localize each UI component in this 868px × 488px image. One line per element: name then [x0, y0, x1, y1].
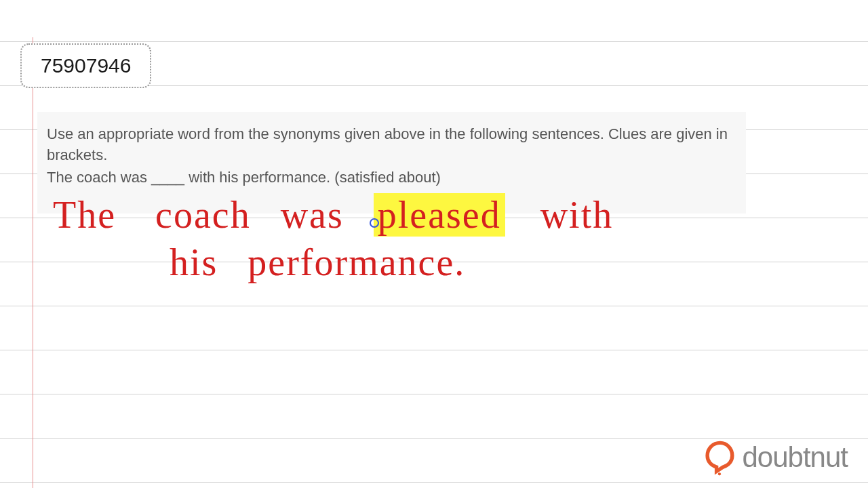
question-prefix: The coach was ____ with his performance.… — [47, 169, 340, 186]
answer-word-pleased-highlighted: pleased — [374, 193, 505, 237]
question-id-text: 75907946 — [41, 54, 131, 77]
answer-line-2: his performance. — [170, 241, 465, 284]
question-instruction: Use an appropriate word from the synonym… — [47, 124, 735, 166]
answer-word-coach: coach — [155, 193, 251, 237]
margin-line — [33, 37, 33, 488]
question-clue: satisfied about — [340, 169, 436, 186]
answer-word-was: was — [281, 193, 344, 237]
cursor-indicator — [370, 218, 379, 228]
answer-word-his: his — [170, 241, 218, 284]
doubtnut-logo-text: doubtnut — [743, 441, 848, 474]
answer-word-performance: performance. — [248, 241, 465, 284]
doubtnut-icon — [702, 439, 738, 476]
doubtnut-logo[interactable]: doubtnut — [702, 439, 848, 476]
svg-point-0 — [717, 472, 720, 475]
question-id-badge: 75907946 — [20, 43, 151, 88]
answer-word-with: with — [540, 193, 614, 237]
answer-line-1: The coach was pleased with — [53, 193, 613, 237]
question-suffix: ) — [436, 169, 441, 186]
answer-word-the: The — [53, 193, 116, 237]
question-sentence: The coach was ____ with his performance.… — [47, 169, 735, 186]
